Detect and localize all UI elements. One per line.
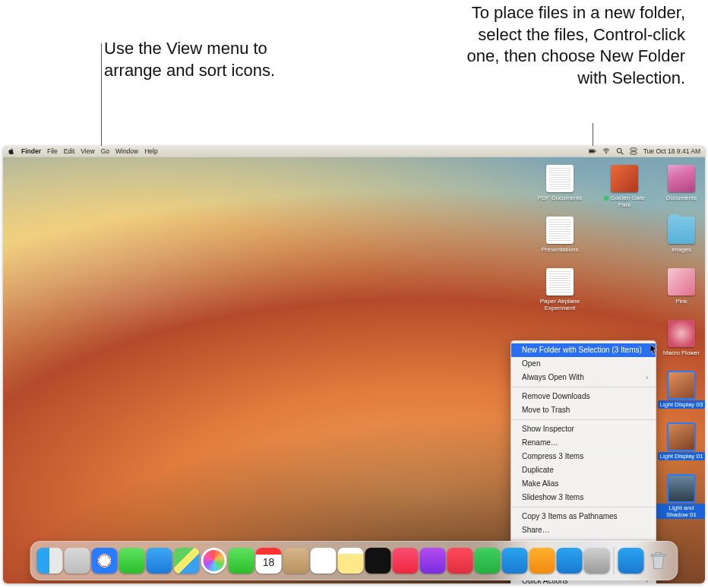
photo-icon	[668, 475, 695, 502]
svg-point-3	[605, 153, 606, 153]
desktop-icon[interactable]: Macro Flower	[656, 320, 705, 357]
menu-go[interactable]: Go	[101, 147, 109, 155]
context-menu-item[interactable]: Copy 3 Items as Pathnames	[511, 510, 656, 523]
dock-app-maps[interactable]	[174, 548, 200, 574]
svg-rect-2	[595, 150, 596, 151]
document-icon	[546, 217, 574, 244]
trash-icon	[648, 550, 669, 571]
dock-app-numbers[interactable]	[475, 548, 501, 574]
menu-edit[interactable]: Edit	[64, 147, 75, 155]
desktop-icon[interactable]: Paper Airplane Experiment	[535, 268, 585, 312]
context-menu-item[interactable]: Slideshow 3 Items	[511, 491, 656, 504]
desktop-icon[interactable]: Light and Shadow 01	[656, 475, 705, 519]
dock-app-launchpad[interactable]	[65, 548, 90, 574]
desktop-icon[interactable]: PDF Documents	[535, 165, 585, 202]
dock-app-appstore[interactable]	[557, 548, 583, 574]
menu-bar: Finder File Edit View Go Window Help Tue…	[3, 146, 705, 157]
desktop-icon[interactable]: Light Display 01	[656, 423, 705, 460]
menu-separator	[511, 507, 656, 507]
desktop-icon-label: Light Display 01	[658, 452, 705, 460]
context-menu-item[interactable]: Show Inspector	[511, 422, 656, 436]
dock-app-safari[interactable]	[92, 548, 118, 574]
context-menu-item[interactable]: Remove Downloads	[511, 390, 656, 403]
context-menu-item[interactable]: Always Open With›	[511, 371, 656, 384]
photo-icon	[668, 320, 695, 347]
context-menu-item[interactable]: Rename…	[511, 436, 656, 450]
menu-file[interactable]: File	[47, 147, 58, 155]
spotlight-icon[interactable]	[616, 147, 624, 155]
context-menu-item-label: Slideshow 3 Items	[522, 492, 583, 503]
menu-help[interactable]: Help	[144, 147, 157, 155]
context-menu-item-label: Copy 3 Items as Pathnames	[522, 511, 618, 522]
desktop-icon[interactable]: Images	[656, 217, 705, 254]
dock-app-podcasts[interactable]	[420, 548, 446, 574]
apple-menu-icon[interactable]	[8, 147, 15, 155]
context-menu-item[interactable]: New Folder with Selection (3 Items)	[511, 343, 656, 357]
svg-rect-1	[589, 150, 593, 153]
dock-divider	[614, 547, 615, 574]
menubar-clock[interactable]: Tue Oct 18 9:41 AM	[643, 147, 700, 155]
menu-view[interactable]: View	[81, 147, 94, 155]
dock-app-photos[interactable]	[201, 548, 227, 574]
dock-app-facetime[interactable]	[229, 548, 254, 574]
calendar-day-label: 18	[256, 556, 282, 568]
control-center-icon[interactable]	[630, 147, 637, 155]
dock-app-news[interactable]	[447, 548, 473, 574]
dock-app-music[interactable]	[393, 548, 419, 574]
menubar-app-name[interactable]: Finder	[21, 147, 41, 155]
dock-app-keynote[interactable]	[502, 548, 528, 574]
context-menu-item-label: Move to Trash	[522, 405, 570, 416]
desktop-icon-label: PDF Documents	[536, 194, 585, 202]
desktop-icon[interactable]: Documents	[656, 165, 705, 202]
svg-rect-7	[631, 152, 637, 154]
desktop-icon[interactable]: Presentations	[535, 217, 585, 254]
context-menu-item-label: Always Open With	[522, 372, 584, 383]
svg-line-5	[621, 153, 623, 155]
context-menu-item[interactable]: Make Alias	[511, 477, 656, 491]
desktop-icon-label: Light and Shadow 01	[656, 504, 705, 519]
desktop-icon-label: Paper Airplane Experiment	[535, 297, 585, 312]
menu-separator	[511, 387, 656, 387]
dock-app-trash[interactable]	[646, 548, 672, 574]
context-menu-item-label: Open	[522, 359, 540, 369]
desktop-icon-label: Macro Flower	[661, 349, 702, 357]
dock-app-downloads[interactable]	[618, 548, 644, 574]
desktop-icon-label: Golden Gate Park	[599, 194, 650, 209]
desktop-icon[interactable]: Pink	[656, 268, 705, 305]
context-menu-item[interactable]: Compress 3 Items	[511, 450, 656, 463]
context-menu-item[interactable]: Open	[511, 357, 656, 371]
dock-app-contacts[interactable]	[283, 548, 309, 574]
dock-app-settings[interactable]	[584, 548, 610, 574]
annotation-new-folder: To place files in a new folder, select t…	[465, 2, 685, 89]
wifi-icon[interactable]	[602, 147, 610, 155]
context-menu-item-label: Rename…	[522, 438, 558, 448]
context-menu-item[interactable]: Duplicate	[511, 463, 656, 477]
desktop-icon-label: Documents	[664, 194, 699, 202]
dock-app-tv[interactable]	[365, 548, 391, 574]
desktop-icon-label: Images	[669, 245, 694, 254]
photo-icon	[668, 165, 695, 192]
context-menu-item-label: Make Alias	[522, 479, 558, 489]
document-icon	[546, 268, 574, 296]
dock-app-calendar[interactable]: 18	[256, 548, 282, 574]
dock-app-pages[interactable]	[529, 548, 555, 574]
dock-app-notes[interactable]	[338, 548, 364, 574]
context-menu-item[interactable]: Move to Trash	[511, 403, 656, 417]
battery-icon[interactable]	[589, 147, 596, 155]
dock-app-messages[interactable]	[119, 548, 145, 574]
desktop-icon-label: Presentations	[539, 245, 581, 254]
dock-app-mail[interactable]	[147, 548, 172, 574]
desktop-icon[interactable]: Light Display 03	[656, 371, 705, 409]
dock-app-reminders[interactable]	[311, 548, 337, 574]
context-menu-item-label: Share…	[522, 525, 550, 536]
document-icon	[546, 165, 574, 192]
dock: 18	[30, 541, 678, 580]
annotation-view-menu: Use the View menu to arrange and sort ic…	[104, 38, 302, 81]
photo-icon	[668, 371, 695, 399]
desktop-icon[interactable]: Golden Gate Park	[599, 165, 650, 209]
annotation-line	[101, 43, 102, 150]
context-menu-item[interactable]: Share…	[511, 523, 656, 537]
menu-window[interactable]: Window	[115, 147, 138, 155]
photo-icon	[668, 423, 695, 450]
dock-app-finder[interactable]	[37, 548, 63, 574]
